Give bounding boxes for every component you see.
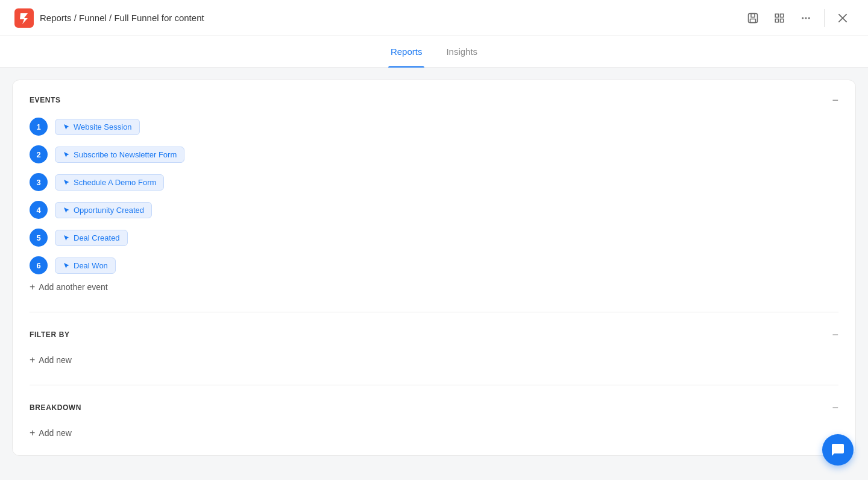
event-label-5: Deal Created: [74, 233, 120, 242]
event-tag-6[interactable]: Deal Won: [55, 257, 116, 274]
event-label-4: Opportunity Created: [74, 206, 144, 215]
filter-section-title: FILTER BY: [30, 330, 70, 339]
grid-icon-button[interactable]: [769, 7, 790, 29]
chat-button[interactable]: [822, 434, 854, 466]
save-icon: [747, 13, 758, 24]
event-label-3: Schedule A Demo Form: [74, 178, 156, 187]
events-collapse-button[interactable]: −: [832, 95, 838, 106]
svg-rect-3: [750, 19, 756, 22]
list-item: 3 Schedule A Demo Form: [30, 173, 838, 191]
event-tag-5[interactable]: Deal Created: [55, 230, 128, 246]
main-card: EVENTS − 1 Website Session: [12, 80, 856, 456]
app-window: Reports / Funnel / Full Funnel for conte…: [0, 0, 868, 480]
breakdown-collapse-button[interactable]: −: [832, 402, 838, 413]
cursor-icon: [63, 123, 70, 130]
filter-collapse-button[interactable]: −: [832, 329, 838, 340]
close-button[interactable]: [832, 7, 854, 29]
svg-rect-5: [781, 14, 784, 17]
section-divider-1: [30, 312, 838, 312]
header: Reports / Funnel / Full Funnel for conte…: [0, 0, 868, 36]
list-item: 1 Website Session: [30, 118, 838, 136]
cursor-icon: [63, 234, 70, 241]
chat-icon: [831, 443, 845, 457]
main-content: EVENTS − 1 Website Session: [0, 68, 868, 480]
breakdown-section-header: BREAKDOWN −: [30, 402, 838, 413]
event-tag-2[interactable]: Subscribe to Newsletter Form: [55, 147, 184, 163]
list-item: 2 Subscribe to Newsletter Form: [30, 145, 838, 163]
more-icon: [800, 13, 811, 24]
event-number-4: 4: [30, 201, 48, 219]
event-label-1: Website Session: [74, 122, 132, 131]
logo-icon: [14, 8, 34, 28]
svg-rect-7: [781, 19, 784, 22]
cursor-icon: [63, 262, 70, 269]
event-label-2: Subscribe to Newsletter Form: [74, 150, 177, 159]
event-list: 1 Website Session 2: [30, 118, 838, 274]
filter-section-header: FILTER BY −: [30, 329, 838, 340]
event-label-6: Deal Won: [74, 261, 108, 270]
svg-point-10: [808, 17, 810, 19]
event-number-1: 1: [30, 118, 48, 136]
event-number-5: 5: [30, 229, 48, 247]
breakdown-section-title: BREAKDOWN: [30, 403, 81, 412]
grid-icon: [774, 13, 785, 24]
breadcrumb: Reports / Funnel / Full Funnel for conte…: [40, 13, 204, 23]
cursor-icon: [63, 151, 70, 158]
tab-insights[interactable]: Insights: [444, 36, 480, 68]
cursor-icon: [63, 178, 70, 186]
filter-add-button[interactable]: + Add new: [30, 352, 72, 368]
event-number-3: 3: [30, 173, 48, 191]
events-section-header: EVENTS −: [30, 95, 838, 106]
event-tag-4[interactable]: Opportunity Created: [55, 202, 152, 218]
more-options-button[interactable]: [795, 7, 817, 29]
close-icon: [837, 12, 849, 24]
filter-section: FILTER BY − + Add new: [30, 329, 838, 368]
events-section-title: EVENTS: [30, 96, 61, 104]
event-tag-1[interactable]: Website Session: [55, 119, 140, 135]
tabs-bar: Reports Insights: [0, 36, 868, 68]
event-number-2: 2: [30, 145, 48, 163]
breakdown-add-button[interactable]: + Add new: [30, 425, 72, 441]
event-tag-3[interactable]: Schedule A Demo Form: [55, 174, 164, 191]
header-right: [742, 7, 854, 29]
save-icon-button[interactable]: [742, 7, 764, 29]
header-left: Reports / Funnel / Full Funnel for conte…: [14, 8, 204, 28]
add-event-label: Add another event: [39, 282, 107, 292]
cursor-icon: [63, 206, 70, 213]
list-item: 5 Deal Created: [30, 229, 838, 247]
plus-icon-breakdown: +: [30, 428, 35, 438]
svg-rect-4: [775, 14, 778, 17]
plus-icon: +: [30, 282, 35, 292]
events-section: EVENTS − 1 Website Session: [30, 95, 838, 295]
breakdown-section: BREAKDOWN − + Add new: [30, 402, 838, 441]
svg-rect-6: [775, 19, 778, 22]
list-item: 4 Opportunity Created: [30, 201, 838, 219]
breakdown-add-label: Add new: [39, 428, 71, 438]
svg-rect-2: [751, 13, 755, 17]
plus-icon-filter: +: [30, 355, 35, 365]
list-item: 6 Deal Won: [30, 256, 838, 274]
filter-add-label: Add new: [39, 355, 71, 365]
add-event-button[interactable]: + Add another event: [30, 279, 108, 295]
header-divider: [824, 9, 825, 27]
svg-point-9: [805, 17, 807, 19]
svg-point-8: [802, 17, 804, 19]
section-divider-2: [30, 385, 838, 385]
tab-reports[interactable]: Reports: [388, 36, 425, 68]
event-number-6: 6: [30, 256, 48, 274]
